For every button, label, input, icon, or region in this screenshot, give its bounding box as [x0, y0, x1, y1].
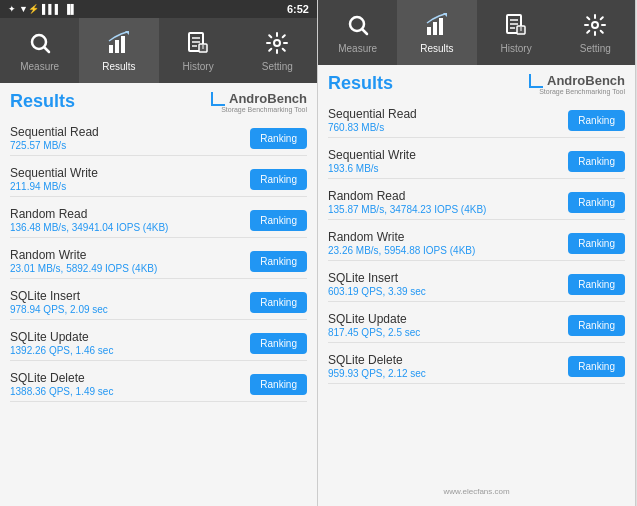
- results-icon-left: [105, 29, 133, 57]
- right-androbench-logo: AndroBench Storage Benchmarking Tool: [529, 73, 625, 95]
- setting-icon-right: [581, 11, 609, 39]
- bench-info: Random Read 135.87 MB/s, 34784.23 IOPS (…: [328, 189, 568, 215]
- nav-item-history-right[interactable]: History: [477, 0, 556, 65]
- table-row: Random Write 23.26 MB/s, 5954.88 IOPS (4…: [328, 226, 625, 261]
- right-results-header: Results AndroBench Storage Benchmarking …: [328, 73, 625, 95]
- left-logo-main: AndroBench: [211, 91, 307, 106]
- right-nav-bar: Measure Results: [318, 0, 635, 65]
- wifi-icon: ▌▌▌: [42, 4, 61, 14]
- ranking-button[interactable]: Ranking: [250, 374, 307, 395]
- history-icon-right: [502, 11, 530, 39]
- right-logo-main: AndroBench: [529, 73, 625, 88]
- ranking-button[interactable]: Ranking: [250, 251, 307, 272]
- svg-rect-16: [427, 27, 431, 35]
- history-icon-left: [184, 29, 212, 57]
- svg-point-27: [592, 22, 598, 28]
- table-row: SQLite Delete 959.93 QPS, 2.12 sec Ranki…: [328, 349, 625, 384]
- ranking-button[interactable]: Ranking: [568, 274, 625, 295]
- left-panel: ✦ ▼⚡ ▌▌▌ ▐▌ 6:52 Measure: [0, 0, 318, 506]
- bench-name: Sequential Read: [328, 107, 568, 121]
- table-row: Sequential Write 193.6 MB/s Ranking: [328, 144, 625, 179]
- ranking-button[interactable]: Ranking: [250, 169, 307, 190]
- right-content: Results AndroBench Storage Benchmarking …: [318, 65, 635, 506]
- bench-info: SQLite Update 1392.26 QPS, 1.46 sec: [10, 330, 250, 356]
- nav-item-setting-right[interactable]: Setting: [556, 0, 635, 65]
- right-results-title: Results: [328, 73, 393, 94]
- nav-item-setting-left[interactable]: Setting: [238, 18, 317, 83]
- bench-info: Sequential Read 725.57 MB/s: [10, 125, 250, 151]
- table-row: Sequential Write 211.94 MB/s Ranking: [10, 162, 307, 197]
- bench-value: 725.57 MB/s: [10, 140, 250, 151]
- svg-line-15: [362, 30, 367, 35]
- left-nav-bar: Measure Results: [0, 18, 317, 83]
- ranking-button[interactable]: Ranking: [568, 110, 625, 131]
- bench-value: 978.94 QPS, 2.09 sec: [10, 304, 250, 315]
- nav-item-measure-left[interactable]: Measure: [0, 18, 79, 83]
- nav-label-setting-right: Setting: [580, 43, 611, 54]
- nav-label-measure-left: Measure: [20, 61, 59, 72]
- bench-value: 817.45 QPS, 2.5 sec: [328, 327, 568, 338]
- left-results-header: Results AndroBench Storage Benchmarking …: [10, 91, 307, 113]
- bench-name: Random Write: [10, 248, 250, 262]
- bench-name: SQLite Update: [10, 330, 250, 344]
- measure-icon: [26, 29, 54, 57]
- bench-name: SQLite Update: [328, 312, 568, 326]
- ranking-button[interactable]: Ranking: [568, 192, 625, 213]
- bench-value: 1388.36 QPS, 1.49 sec: [10, 386, 250, 397]
- table-row: Sequential Read 725.57 MB/s Ranking: [10, 121, 307, 156]
- left-androbench-logo: AndroBench Storage Benchmarking Tool: [211, 91, 307, 113]
- right-logo-chart-icon: [529, 74, 543, 88]
- nav-item-results-left[interactable]: Results: [79, 18, 158, 83]
- nav-item-measure-right[interactable]: Measure: [318, 0, 397, 65]
- nav-label-measure-right: Measure: [338, 43, 377, 54]
- nav-label-history-left: History: [183, 61, 214, 72]
- bench-value: 136.48 MB/s, 34941.04 IOPS (4KB): [10, 222, 250, 233]
- left-logo-sub: Storage Benchmarking Tool: [211, 106, 307, 113]
- ranking-button[interactable]: Ranking: [250, 333, 307, 354]
- bench-info: SQLite Delete 1388.36 QPS, 1.49 sec: [10, 371, 250, 397]
- bench-name: SQLite Insert: [10, 289, 250, 303]
- bench-info: SQLite Insert 603.19 QPS, 3.39 sec: [328, 271, 568, 297]
- left-logo-chart-icon: [211, 92, 225, 106]
- bench-name: Random Write: [328, 230, 568, 244]
- ranking-button[interactable]: Ranking: [568, 356, 625, 377]
- ranking-button[interactable]: Ranking: [250, 292, 307, 313]
- bench-info: SQLite Insert 978.94 QPS, 2.09 sec: [10, 289, 250, 315]
- table-row: SQLite Insert 978.94 QPS, 2.09 sec Ranki…: [10, 285, 307, 320]
- ranking-button[interactable]: Ranking: [568, 233, 625, 254]
- battery-icon: ▐▌: [64, 4, 77, 14]
- status-icons: ✦ ▼⚡ ▌▌▌ ▐▌: [8, 4, 77, 14]
- bench-name: Sequential Read: [10, 125, 250, 139]
- left-results-title: Results: [10, 91, 75, 112]
- bench-info: Sequential Read 760.83 MB/s: [328, 107, 568, 133]
- bench-name: SQLite Delete: [10, 371, 250, 385]
- bench-info: Sequential Write 193.6 MB/s: [328, 148, 568, 174]
- ranking-button[interactable]: Ranking: [568, 151, 625, 172]
- signal-icon: ▼⚡: [19, 4, 39, 14]
- bench-info: SQLite Delete 959.93 QPS, 2.12 sec: [328, 353, 568, 379]
- bench-info: Random Write 23.01 MB/s, 5892.49 IOPS (4…: [10, 248, 250, 274]
- svg-rect-3: [115, 40, 119, 53]
- nav-item-history-left[interactable]: History: [159, 18, 238, 83]
- table-row: Random Write 23.01 MB/s, 5892.49 IOPS (4…: [10, 244, 307, 279]
- results-icon-right: [423, 11, 451, 39]
- ranking-button[interactable]: Ranking: [250, 128, 307, 149]
- nav-label-results-left: Results: [102, 61, 135, 72]
- table-row: SQLite Delete 1388.36 QPS, 1.49 sec Rank…: [10, 367, 307, 402]
- bench-name: Sequential Write: [10, 166, 250, 180]
- bench-value: 959.93 QPS, 2.12 sec: [328, 368, 568, 379]
- bench-value: 193.6 MB/s: [328, 163, 568, 174]
- ranking-button[interactable]: Ranking: [568, 315, 625, 336]
- bench-name: Random Read: [328, 189, 568, 203]
- nav-label-setting-left: Setting: [262, 61, 293, 72]
- svg-rect-18: [439, 18, 443, 35]
- bench-name: Random Read: [10, 207, 250, 221]
- bench-info: Sequential Write 211.94 MB/s: [10, 166, 250, 192]
- left-bench-list: Sequential Read 725.57 MB/s Ranking Sequ…: [10, 121, 307, 498]
- nav-item-results-right[interactable]: Results: [397, 0, 476, 65]
- bench-name: SQLite Delete: [328, 353, 568, 367]
- nav-label-history-right: History: [501, 43, 532, 54]
- ranking-button[interactable]: Ranking: [250, 210, 307, 231]
- svg-rect-4: [121, 36, 125, 53]
- table-row: Sequential Read 760.83 MB/s Ranking: [328, 103, 625, 138]
